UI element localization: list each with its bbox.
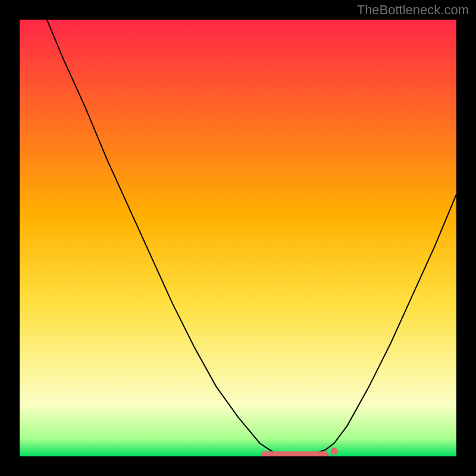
chart-frame: TheBottleneck.com [0, 0, 476, 476]
plot-area [20, 20, 456, 456]
chart-svg [20, 20, 456, 456]
watermark-text: TheBottleneck.com [357, 2, 469, 18]
marker-dot [331, 447, 338, 455]
gradient-background [20, 20, 456, 456]
